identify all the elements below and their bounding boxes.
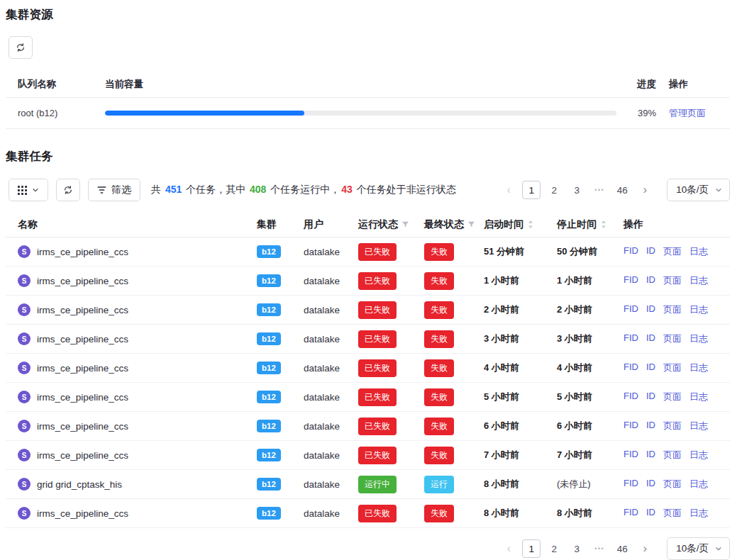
- action-link-fid[interactable]: FID: [624, 332, 638, 345]
- table-row: S grid grid_cptask_his b12 datalake 运行中 …: [6, 470, 730, 499]
- action-link-id[interactable]: ID: [646, 303, 655, 316]
- task-actions: FIDID页面日志: [624, 303, 730, 316]
- run-status-badge: 已失败: [358, 447, 397, 464]
- action-link-page[interactable]: 页面: [663, 332, 682, 345]
- filter-funnel-icon[interactable]: [401, 220, 409, 228]
- col-queue-name: 队列名称: [6, 78, 105, 91]
- action-link-page[interactable]: 页面: [663, 245, 682, 258]
- chevron-down-icon: [715, 186, 722, 194]
- action-link-fid[interactable]: FID: [624, 420, 638, 432]
- action-link-log[interactable]: 日志: [689, 362, 708, 374]
- pagination-page-2[interactable]: 2: [545, 181, 563, 199]
- pagination-ellipsis: •••: [590, 539, 609, 558]
- table-row: S irms_ce_pipeline_ccs b12 datalake 已失败 …: [6, 441, 730, 470]
- action-link-id[interactable]: ID: [646, 362, 655, 374]
- action-link-id[interactable]: ID: [646, 478, 655, 491]
- action-link-log[interactable]: 日志: [689, 478, 708, 491]
- final-status-badge: 失败: [424, 301, 454, 319]
- action-link-page[interactable]: 页面: [663, 449, 682, 461]
- sort-icon[interactable]: [600, 219, 607, 230]
- action-link-id[interactable]: ID: [646, 245, 655, 258]
- action-link-log[interactable]: 日志: [689, 391, 708, 403]
- action-link-log[interactable]: 日志: [689, 332, 708, 345]
- action-link-fid[interactable]: FID: [624, 507, 638, 520]
- table-row: S irms_ce_pipeline_ccs b12 datalake 已失败 …: [6, 267, 730, 296]
- col-task-actions: 操作: [624, 218, 730, 231]
- pagination-page-3[interactable]: 3: [567, 539, 586, 558]
- avatar: S: [18, 420, 31, 432]
- pagination-next[interactable]: ›: [636, 181, 654, 199]
- task-summary: 共 451 个任务，其中 408 个任务运行中，43 个任务处于非运行状态: [151, 184, 456, 196]
- grid-view-button[interactable]: [9, 179, 48, 201]
- manage-page-link[interactable]: 管理页面: [669, 108, 706, 118]
- action-link-page[interactable]: 页面: [663, 420, 682, 432]
- action-link-log[interactable]: 日志: [689, 303, 708, 316]
- action-link-id[interactable]: ID: [646, 274, 655, 287]
- action-link-fid[interactable]: FID: [624, 245, 638, 258]
- action-link-page[interactable]: 页面: [663, 507, 682, 520]
- table-row: S irms_ce_pipeline_ccs b12 datalake 已失败 …: [6, 354, 730, 383]
- action-link-id[interactable]: ID: [646, 507, 655, 520]
- task-name: irms_ce_pipeline_ccs: [37, 508, 128, 519]
- task-user: datalake: [304, 334, 358, 345]
- action-link-log[interactable]: 日志: [689, 449, 708, 461]
- resources-refresh-button[interactable]: [9, 36, 33, 59]
- pagination-prev[interactable]: ‹: [499, 181, 518, 199]
- action-link-fid[interactable]: FID: [624, 478, 638, 491]
- pagination-page-46[interactable]: 46: [613, 181, 631, 199]
- action-link-log[interactable]: 日志: [689, 420, 708, 432]
- col-capacity: 当前容量: [105, 78, 618, 91]
- stop-time: 1 小时前: [557, 274, 624, 287]
- action-link-id[interactable]: ID: [646, 449, 655, 461]
- task-name: irms_ce_pipeline_ccs: [37, 363, 128, 374]
- task-actions: FIDID页面日志: [624, 449, 730, 461]
- action-link-log[interactable]: 日志: [689, 507, 708, 520]
- action-link-fid[interactable]: FID: [624, 391, 638, 403]
- action-link-fid[interactable]: FID: [624, 303, 638, 316]
- page-size-select[interactable]: 10条/页: [667, 537, 730, 560]
- avatar: S: [18, 478, 31, 491]
- pagination-prev[interactable]: ‹: [499, 539, 518, 558]
- start-time: 2 小时前: [484, 303, 557, 316]
- stop-time: 6 小时前: [557, 420, 624, 432]
- action-link-fid[interactable]: FID: [624, 449, 638, 461]
- page-size-select[interactable]: 10条/页: [667, 179, 730, 201]
- action-link-log[interactable]: 日志: [689, 245, 708, 258]
- filter-button[interactable]: 筛选: [88, 179, 140, 201]
- action-link-fid[interactable]: FID: [624, 362, 638, 374]
- pagination-current-page[interactable]: 1: [522, 539, 541, 558]
- pagination-next[interactable]: ›: [636, 539, 654, 558]
- pagination-page-46[interactable]: 46: [613, 539, 631, 558]
- run-status-badge: 已失败: [358, 505, 397, 522]
- start-time: 1 小时前: [484, 274, 557, 287]
- pagination: ‹123•••46›: [499, 539, 654, 558]
- sort-icon[interactable]: [527, 219, 534, 230]
- action-link-page[interactable]: 页面: [663, 362, 682, 374]
- action-link-fid[interactable]: FID: [624, 274, 638, 287]
- filter-funnel-icon[interactable]: [467, 220, 475, 228]
- action-link-id[interactable]: ID: [646, 420, 655, 432]
- action-link-page[interactable]: 页面: [663, 274, 682, 287]
- action-link-id[interactable]: ID: [646, 332, 655, 345]
- pagination-current-page[interactable]: 1: [522, 181, 541, 199]
- pagination: ‹123•••46›: [499, 181, 654, 199]
- tasks-refresh-button[interactable]: [56, 179, 80, 201]
- stop-time: 3 小时前: [557, 332, 624, 345]
- action-link-page[interactable]: 页面: [663, 391, 682, 403]
- cluster-resources-title: 集群资源: [6, 7, 730, 23]
- task-user: datalake: [304, 508, 358, 519]
- task-user: datalake: [304, 450, 358, 461]
- run-status-badge: 已失败: [358, 388, 397, 406]
- action-link-page[interactable]: 页面: [663, 303, 682, 316]
- table-row: S irms_ce_pipeline_ccs b12 datalake 已失败 …: [6, 412, 730, 441]
- table-row: S irms_ce_pipeline_ccs b12 datalake 已失败 …: [6, 296, 730, 325]
- col-run-status: 运行状态: [358, 218, 424, 231]
- pagination-page-3[interactable]: 3: [567, 181, 586, 199]
- action-link-id[interactable]: ID: [646, 391, 655, 403]
- action-link-page[interactable]: 页面: [663, 478, 682, 491]
- queue-row: root (b12) 39% 管理页面: [6, 98, 730, 129]
- action-link-log[interactable]: 日志: [689, 274, 708, 287]
- pagination-page-2[interactable]: 2: [545, 539, 563, 558]
- run-status-badge: 运行中: [358, 476, 397, 493]
- task-table: 名称 集群 用户 运行状态 最终状态 启动时间: [6, 212, 730, 528]
